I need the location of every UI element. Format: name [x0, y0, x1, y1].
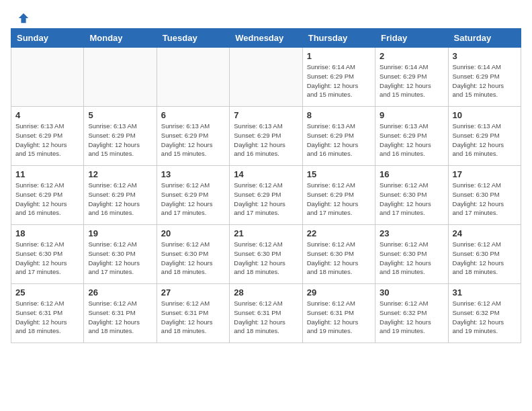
- days-header-row: SundayMondayTuesdayWednesdayThursdayFrid…: [11, 29, 521, 48]
- cell-info: Sunrise: 6:12 AM Sunset: 6:31 PM Dayligh…: [88, 299, 152, 336]
- calendar-cell: 22Sunrise: 6:12 AM Sunset: 6:30 PM Dayli…: [302, 225, 375, 284]
- calendar-cell: 14Sunrise: 6:12 AM Sunset: 6:29 PM Dayli…: [230, 166, 302, 225]
- calendar-cell: 11Sunrise: 6:12 AM Sunset: 6:29 PM Dayli…: [11, 166, 84, 225]
- calendar-cell: 24Sunrise: 6:12 AM Sunset: 6:30 PM Dayli…: [448, 225, 521, 284]
- day-header-saturday: Saturday: [448, 29, 521, 48]
- cell-day-number: 19: [88, 228, 152, 238]
- calendar-cell: 23Sunrise: 6:12 AM Sunset: 6:30 PM Dayli…: [375, 225, 448, 284]
- cell-day-number: 23: [380, 228, 443, 238]
- cell-day-number: 11: [15, 169, 79, 179]
- week-row-2: 4Sunrise: 6:13 AM Sunset: 6:29 PM Daylig…: [11, 107, 521, 166]
- calendar-cell: 28Sunrise: 6:12 AM Sunset: 6:31 PM Dayli…: [230, 284, 302, 343]
- cell-info: Sunrise: 6:12 AM Sunset: 6:29 PM Dayligh…: [234, 181, 298, 218]
- cell-info: Sunrise: 6:12 AM Sunset: 6:29 PM Dayligh…: [88, 181, 152, 218]
- svg-marker-0: [19, 13, 28, 23]
- day-header-tuesday: Tuesday: [157, 29, 229, 48]
- calendar-cell: 15Sunrise: 6:12 AM Sunset: 6:29 PM Dayli…: [302, 166, 375, 225]
- cell-info: Sunrise: 6:13 AM Sunset: 6:29 PM Dayligh…: [15, 122, 79, 158]
- calendar-cell: 27Sunrise: 6:12 AM Sunset: 6:31 PM Dayli…: [157, 284, 229, 343]
- cell-day-number: 8: [307, 110, 371, 120]
- cell-info: Sunrise: 6:12 AM Sunset: 6:31 PM Dayligh…: [15, 299, 79, 336]
- calendar-body: 1Sunrise: 6:14 AM Sunset: 6:29 PM Daylig…: [11, 48, 521, 343]
- calendar-cell: [84, 48, 157, 107]
- cell-info: Sunrise: 6:13 AM Sunset: 6:29 PM Dayligh…: [453, 122, 517, 158]
- cell-info: Sunrise: 6:14 AM Sunset: 6:29 PM Dayligh…: [307, 62, 371, 99]
- cell-info: Sunrise: 6:12 AM Sunset: 6:31 PM Dayligh…: [307, 299, 371, 336]
- cell-day-number: 1: [307, 51, 371, 61]
- calendar-cell: 6Sunrise: 6:13 AM Sunset: 6:29 PM Daylig…: [157, 107, 229, 166]
- cell-day-number: 24: [453, 228, 517, 238]
- calendar-cell: 19Sunrise: 6:12 AM Sunset: 6:30 PM Dayli…: [84, 225, 157, 284]
- cell-info: Sunrise: 6:12 AM Sunset: 6:31 PM Dayligh…: [161, 299, 225, 336]
- day-header-friday: Friday: [375, 29, 448, 48]
- day-header-sunday: Sunday: [11, 29, 84, 48]
- calendar-cell: 13Sunrise: 6:12 AM Sunset: 6:29 PM Dayli…: [157, 166, 229, 225]
- cell-info: Sunrise: 6:12 AM Sunset: 6:32 PM Dayligh…: [453, 299, 517, 336]
- cell-info: Sunrise: 6:13 AM Sunset: 6:29 PM Dayligh…: [161, 122, 225, 158]
- calendar-cell: 2Sunrise: 6:14 AM Sunset: 6:29 PM Daylig…: [375, 48, 448, 107]
- day-header-wednesday: Wednesday: [230, 29, 302, 48]
- cell-day-number: 25: [15, 287, 79, 298]
- calendar-cell: 12Sunrise: 6:12 AM Sunset: 6:29 PM Dayli…: [84, 166, 157, 225]
- cell-day-number: 22: [307, 228, 371, 238]
- cell-info: Sunrise: 6:13 AM Sunset: 6:29 PM Dayligh…: [88, 122, 152, 158]
- calendar-cell: 1Sunrise: 6:14 AM Sunset: 6:29 PM Daylig…: [302, 48, 375, 107]
- calendar-wrapper: SundayMondayTuesdayWednesdayThursdayFrid…: [0, 28, 532, 354]
- cell-day-number: 9: [380, 110, 443, 120]
- calendar-cell: 10Sunrise: 6:13 AM Sunset: 6:29 PM Dayli…: [448, 107, 521, 166]
- cell-day-number: 2: [380, 51, 443, 61]
- calendar-table: SundayMondayTuesdayWednesdayThursdayFrid…: [11, 28, 521, 343]
- calendar-cell: 17Sunrise: 6:12 AM Sunset: 6:30 PM Dayli…: [448, 166, 521, 225]
- cell-day-number: 26: [88, 287, 152, 298]
- cell-day-number: 10: [453, 110, 517, 120]
- calendar-cell: 18Sunrise: 6:12 AM Sunset: 6:30 PM Dayli…: [11, 225, 84, 284]
- cell-info: Sunrise: 6:12 AM Sunset: 6:30 PM Dayligh…: [307, 240, 371, 277]
- cell-info: Sunrise: 6:13 AM Sunset: 6:29 PM Dayligh…: [380, 122, 443, 158]
- cell-info: Sunrise: 6:12 AM Sunset: 6:32 PM Dayligh…: [380, 299, 443, 336]
- cell-day-number: 20: [161, 228, 225, 238]
- cell-day-number: 15: [307, 169, 371, 179]
- calendar-cell: 26Sunrise: 6:12 AM Sunset: 6:31 PM Dayli…: [84, 284, 157, 343]
- cell-day-number: 13: [161, 169, 225, 179]
- cell-info: Sunrise: 6:12 AM Sunset: 6:31 PM Dayligh…: [234, 299, 298, 336]
- cell-info: Sunrise: 6:12 AM Sunset: 6:30 PM Dayligh…: [380, 181, 443, 218]
- cell-info: Sunrise: 6:12 AM Sunset: 6:30 PM Dayligh…: [15, 240, 79, 277]
- cell-info: Sunrise: 6:12 AM Sunset: 6:30 PM Dayligh…: [88, 240, 152, 277]
- calendar-cell: 4Sunrise: 6:13 AM Sunset: 6:29 PM Daylig…: [11, 107, 84, 166]
- cell-info: Sunrise: 6:12 AM Sunset: 6:30 PM Dayligh…: [453, 181, 517, 218]
- cell-day-number: 16: [380, 169, 443, 179]
- cell-day-number: 28: [234, 287, 298, 298]
- calendar-cell: [230, 48, 302, 107]
- page-header: [0, 0, 532, 28]
- cell-day-number: 17: [453, 169, 517, 179]
- cell-day-number: 18: [15, 228, 79, 238]
- cell-day-number: 29: [307, 287, 371, 298]
- cell-day-number: 12: [88, 169, 152, 179]
- cell-info: Sunrise: 6:13 AM Sunset: 6:29 PM Dayligh…: [307, 122, 371, 158]
- cell-info: Sunrise: 6:14 AM Sunset: 6:29 PM Dayligh…: [453, 62, 517, 99]
- cell-day-number: 3: [453, 51, 517, 61]
- cell-info: Sunrise: 6:12 AM Sunset: 6:30 PM Dayligh…: [380, 240, 443, 277]
- calendar-cell: 3Sunrise: 6:14 AM Sunset: 6:29 PM Daylig…: [448, 48, 521, 107]
- calendar-cell: 31Sunrise: 6:12 AM Sunset: 6:32 PM Dayli…: [448, 284, 521, 343]
- day-header-thursday: Thursday: [302, 29, 375, 48]
- calendar-cell: 16Sunrise: 6:12 AM Sunset: 6:30 PM Dayli…: [375, 166, 448, 225]
- cell-day-number: 14: [234, 169, 298, 179]
- calendar-cell: 29Sunrise: 6:12 AM Sunset: 6:31 PM Dayli…: [302, 284, 375, 343]
- cell-day-number: 27: [161, 287, 225, 298]
- cell-info: Sunrise: 6:12 AM Sunset: 6:29 PM Dayligh…: [15, 181, 79, 218]
- cell-info: Sunrise: 6:13 AM Sunset: 6:29 PM Dayligh…: [234, 122, 298, 158]
- cell-info: Sunrise: 6:12 AM Sunset: 6:30 PM Dayligh…: [234, 240, 298, 277]
- cell-day-number: 5: [88, 110, 152, 120]
- cell-info: Sunrise: 6:12 AM Sunset: 6:29 PM Dayligh…: [161, 181, 225, 218]
- cell-day-number: 30: [380, 287, 443, 298]
- week-row-4: 18Sunrise: 6:12 AM Sunset: 6:30 PM Dayli…: [11, 225, 521, 284]
- cell-info: Sunrise: 6:12 AM Sunset: 6:30 PM Dayligh…: [453, 240, 517, 277]
- calendar-cell: [157, 48, 229, 107]
- cell-day-number: 21: [234, 228, 298, 238]
- cell-day-number: 31: [453, 287, 517, 298]
- calendar-cell: [11, 48, 84, 107]
- calendar-cell: 20Sunrise: 6:12 AM Sunset: 6:30 PM Dayli…: [157, 225, 229, 284]
- week-row-1: 1Sunrise: 6:14 AM Sunset: 6:29 PM Daylig…: [11, 48, 521, 107]
- logo-icon: [17, 12, 30, 24]
